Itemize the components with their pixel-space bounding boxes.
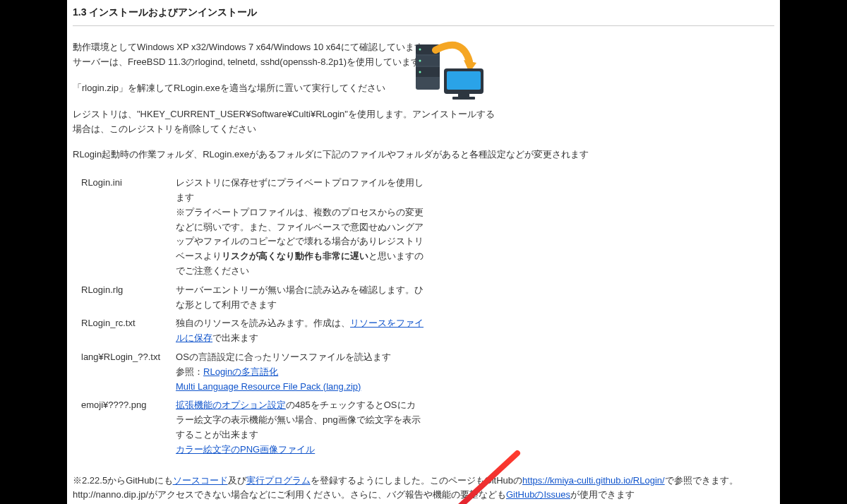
title-divider (73, 25, 774, 26)
def-desc: レジストリに保存せずにプライベートプロファイルを使用します ※プライベートプロフ… (176, 174, 430, 281)
svg-rect-10 (458, 94, 469, 97)
github-issues-link[interactable]: GitHubのIssues (506, 489, 570, 500)
def-desc: 拡張機能のオプション設定の485をチェックするとOSにカラー絵文字の表示機能が無… (176, 396, 430, 459)
def-name: RLogin.ini (81, 174, 176, 281)
def-desc: OSの言語設定に合ったリソースファイルを読込ます 参照：RLoginの多言語化 … (176, 348, 430, 396)
svg-point-5 (419, 60, 421, 62)
github-note: ※2.22.5からGitHubにもソースコード及び実行プログラムを登録するように… (73, 474, 774, 503)
svg-rect-9 (447, 71, 481, 90)
section-title: 1.3 インストールおよびアンインストール (73, 0, 774, 23)
intro-p4: レジストリは、"HKEY_CURRENT_USER¥Software¥Culti… (73, 107, 496, 137)
table-row: emoji¥????.png 拡張機能のオプション設定の485をチェックするとO… (81, 396, 430, 459)
ext-option-link[interactable]: 拡張機能のオプション設定 (176, 400, 286, 410)
multilang-link[interactable]: RLoginの多言語化 (203, 366, 278, 377)
def-name: lang¥RLogin_??.txt (81, 348, 176, 396)
intro-p5: RLogin起動時の作業フォルダ、RLogin.exeがあるフォルダに下記のファ… (73, 148, 774, 162)
server-pc-illustration (412, 40, 489, 104)
def-name: emoji¥????.png (81, 396, 176, 459)
intro-p1b: サーバーは、FreeBSD 11.3のrlogind, telnetd, ssh… (73, 56, 420, 67)
definitions-table: RLogin.ini レジストリに保存せずにプライベートプロファイルを使用します… (81, 174, 430, 459)
intro-p1a: 動作環境としてWindows XP x32/Windows 7 x64/Wind… (73, 42, 424, 52)
github-pages-link[interactable]: https://kmiya-culti.github.io/RLogin/ (522, 475, 665, 486)
svg-point-4 (419, 49, 421, 51)
exec-program-link[interactable]: 実行プログラム (246, 475, 311, 486)
table-row: RLogin.ini レジストリに保存せずにプライベートプロファイルを使用します… (81, 174, 430, 281)
def-desc: 独自のリソースを読み込みます。作成は、リソースをファイルに保存で出来ます (176, 314, 430, 348)
source-code-link[interactable]: ソースコード (173, 475, 228, 486)
table-row: RLogin_rc.txt 独自のリソースを読み込みます。作成は、リソースをファ… (81, 314, 430, 348)
langpack-link[interactable]: Multi Language Resource File Pack (lang.… (176, 381, 361, 392)
intro-block: 動作環境としてWindows XP x32/Windows 7 x64/Wind… (73, 40, 774, 136)
svg-rect-11 (452, 97, 475, 100)
def-name: RLogin.rlg (81, 281, 176, 315)
def-name: RLogin_rc.txt (81, 314, 176, 348)
table-row: lang¥RLogin_??.txt OSの言語設定に合ったリソースファイルを読… (81, 348, 430, 396)
emoji-png-link[interactable]: カラー絵文字のPNG画像ファイル (176, 444, 315, 455)
def-desc: サーバーエントリーが無い場合に読み込みを確認します。ひな形として利用できます (176, 281, 430, 315)
svg-point-6 (419, 71, 421, 73)
table-row: RLogin.rlg サーバーエントリーが無い場合に読み込みを確認します。ひな形… (81, 281, 430, 315)
